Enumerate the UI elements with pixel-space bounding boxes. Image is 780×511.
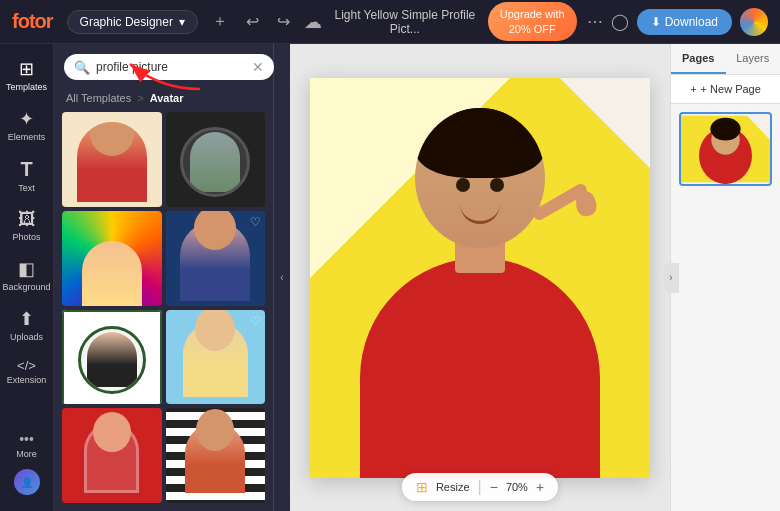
thumbnail-preview: [681, 114, 770, 184]
template-card[interactable]: [62, 310, 162, 405]
bottom-toolbar: ⊞ Resize | − 70% +: [402, 473, 558, 501]
fotor-logo: fotor: [12, 10, 53, 33]
redo-button[interactable]: ↪: [273, 8, 294, 35]
download-button[interactable]: ⬇ Download: [637, 9, 732, 35]
chevron-left-icon: ‹: [280, 272, 283, 283]
zoom-level: 70%: [506, 481, 528, 493]
template-card[interactable]: [166, 112, 266, 207]
new-page-label: + New Page: [701, 83, 761, 95]
sidebar-nav: ⊞ Templates ✦ Elements T Text 🖼 Photos ◧…: [0, 44, 54, 511]
undo-button[interactable]: ↩: [242, 8, 263, 35]
uploads-icon: ⬆: [19, 308, 34, 330]
download-icon: ⬇: [651, 15, 661, 29]
tab-layers[interactable]: Layers: [726, 44, 781, 74]
sidebar-item-background[interactable]: ◧ Background: [4, 252, 50, 298]
template-card[interactable]: [62, 408, 162, 503]
extension-icon: </>: [17, 358, 36, 373]
template-card[interactable]: [62, 112, 162, 207]
text-icon: T: [20, 158, 32, 181]
chevron-right-icon: ›: [669, 272, 672, 283]
svg-point-9: [710, 118, 740, 141]
plus-icon: +: [690, 83, 696, 95]
canvas-person: [330, 98, 630, 478]
favorite-icon[interactable]: ♡: [250, 314, 261, 328]
divider: |: [478, 478, 482, 496]
zoom-out-button[interactable]: −: [490, 479, 498, 495]
tab-pages[interactable]: Pages: [671, 44, 726, 74]
background-icon: ◧: [18, 258, 35, 280]
search-input-wrap: 🔍 ✕: [64, 54, 274, 80]
favorite-icon[interactable]: ♡: [250, 215, 261, 229]
sidebar-label-extension: Extension: [7, 375, 47, 385]
user-avatar[interactable]: [740, 8, 768, 36]
sidebar-label-background: Background: [2, 282, 50, 292]
photos-icon: 🖼: [18, 209, 36, 230]
chevron-down-icon: ▾: [179, 15, 185, 29]
upgrade-line2: 20% OFF: [500, 22, 565, 36]
canvas-area: ⊞ Resize | − 70% +: [290, 44, 670, 511]
page-thumbnail-1[interactable]: [679, 112, 772, 186]
main-layout: ⊞ Templates ✦ Elements T Text 🖼 Photos ◧…: [0, 44, 780, 511]
sidebar-user-avatar[interactable]: 👤: [14, 469, 40, 495]
topbar: fotor Graphic Designer ▾ ＋ ↩ ↪ ☁ Light Y…: [0, 0, 780, 44]
template-card[interactable]: [166, 408, 266, 503]
more-icon: •••: [19, 431, 34, 447]
panel-collapse-handle[interactable]: ‹: [274, 44, 290, 511]
templates-icon: ⊞: [19, 58, 34, 80]
add-page-button[interactable]: ＋: [208, 7, 232, 36]
sidebar-label-uploads: Uploads: [10, 332, 43, 342]
view-icon[interactable]: ◯: [611, 12, 629, 31]
sidebar-item-elements[interactable]: ✦ Elements: [4, 102, 50, 148]
sidebar-item-text[interactable]: T Text: [4, 152, 50, 199]
search-clear-button[interactable]: ✕: [252, 59, 264, 75]
sidebar-item-uploads[interactable]: ⬆ Uploads: [4, 302, 50, 348]
document-title: Light Yellow Simple Profile Pict...: [332, 8, 478, 36]
breadcrumb-all[interactable]: All Templates: [66, 92, 131, 104]
upgrade-button[interactable]: Upgrade with 20% OFF: [488, 2, 577, 41]
sidebar-bottom: ••• More 👤: [4, 425, 50, 503]
designer-dropdown[interactable]: Graphic Designer ▾: [67, 10, 198, 34]
resize-icon: ⊞: [416, 479, 428, 495]
template-card[interactable]: ♡: [166, 310, 266, 405]
cloud-save-icon: ☁: [304, 11, 322, 33]
sidebar-label-photos: Photos: [12, 232, 40, 242]
avatar-icon: 👤: [21, 477, 33, 488]
sidebar-label-elements: Elements: [8, 132, 46, 142]
thumbnail-svg: [681, 114, 770, 184]
share-icon[interactable]: ⋯: [587, 12, 603, 31]
topbar-actions: ⋯ ◯ ⬇ Download: [587, 8, 768, 36]
zoom-in-button[interactable]: +: [536, 479, 544, 495]
download-label: Download: [665, 15, 718, 29]
new-page-button[interactable]: + + New Page: [671, 75, 780, 104]
sidebar-item-extension[interactable]: </> Extension: [4, 352, 50, 391]
elements-icon: ✦: [19, 108, 34, 130]
sidebar-item-more[interactable]: ••• More: [4, 425, 50, 465]
sidebar-label-templates: Templates: [6, 82, 47, 92]
template-card[interactable]: [62, 211, 162, 306]
search-icon: 🔍: [74, 60, 90, 75]
templates-grid: ♡ ♡: [54, 112, 273, 511]
resize-label[interactable]: Resize: [436, 481, 470, 493]
designer-label: Graphic Designer: [80, 15, 173, 29]
breadcrumb-separator: >: [137, 92, 143, 104]
template-card[interactable]: ♡: [166, 211, 266, 306]
right-panel-collapse[interactable]: ›: [663, 263, 679, 293]
templates-panel: 🔍 ✕ ⊟ All Templates > Avatar: [54, 44, 274, 511]
breadcrumb-current: Avatar: [150, 92, 184, 104]
right-panel: Pages Layers + + New Page ›: [670, 44, 780, 511]
canvas: [310, 78, 650, 478]
search-input[interactable]: [96, 60, 246, 74]
sidebar-label-text: Text: [18, 183, 35, 193]
search-bar: 🔍 ✕ ⊟: [54, 44, 273, 88]
sidebar-item-templates[interactable]: ⊞ Templates: [4, 52, 50, 98]
right-panel-tabs: Pages Layers: [671, 44, 780, 75]
upgrade-line1: Upgrade with: [500, 7, 565, 21]
sidebar-item-photos[interactable]: 🖼 Photos: [4, 203, 50, 248]
sidebar-label-more: More: [16, 449, 37, 459]
breadcrumb: All Templates > Avatar: [54, 88, 273, 112]
canvas-wrapper[interactable]: [310, 78, 650, 478]
